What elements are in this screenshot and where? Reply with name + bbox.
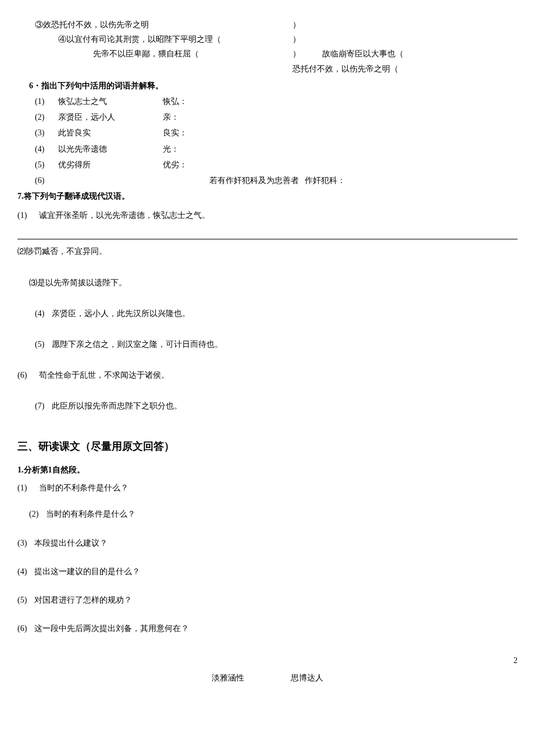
right-line-4: 恐托付不效，以伤先帝之明（	[293, 62, 518, 76]
footer-left: 淡雅涵性	[212, 671, 244, 685]
q7-num: (7)	[35, 402, 44, 410]
q6-spacer	[58, 173, 209, 188]
q7-item-6: (6) 苟全性命于乱世，不求闻达于诸侯。	[17, 368, 518, 382]
q7-text: 是以先帝简拔以遗陛下。	[37, 278, 127, 287]
paren-1: ）	[293, 17, 518, 32]
sub-text: 本段提出什么建议？	[34, 539, 108, 547]
line-4: ④以宜付有司论其刑赏，以昭陛下平明之理（	[17, 32, 293, 46]
sub-num: (1)	[17, 483, 27, 492]
answer-line	[17, 239, 518, 239]
q6-num: (4)	[35, 142, 58, 156]
q6-label: 恢弘：	[163, 94, 187, 109]
sub-text: 提出这一建议的目的是什么？	[34, 567, 140, 576]
q6-num: (5)	[35, 157, 58, 172]
q7-text: 诚宜开张圣听，以光先帝遗德，恢弘志士之气。	[39, 211, 210, 220]
q6-label: 良实：	[163, 126, 187, 140]
sub-num: (2)	[29, 510, 38, 518]
q7-item-2: ⑵陟罚臧否，不宜异同。	[17, 244, 518, 259]
s3-sub-5: (5) 对国君进行了怎样的规劝？	[17, 593, 518, 607]
section-3-title: 三、研读课文（尽量用原文回答）	[17, 437, 518, 456]
q6-item: (4) 以光先帝遗德 光：	[17, 142, 518, 156]
footer: 淡雅涵性 思博达人	[17, 671, 518, 685]
q7-item-4: (4) 亲贤臣，远小人，此先汉所以兴隆也。	[17, 306, 518, 321]
sub-text: 当时的不利条件是什么？	[39, 483, 129, 492]
q6-item-6: (6) 若有作奸犯科及为忠善者 作奸犯科：	[17, 173, 518, 188]
q6-text: 亲贤臣，远小人	[58, 110, 163, 124]
q7-item-1: (1) 诚宜开张圣听，以光先帝遗德，恢弘志士之气。	[17, 208, 518, 223]
s3-sub-1: (1) 当时的不利条件是什么？	[17, 481, 518, 495]
q7-num: (1)	[17, 211, 27, 220]
q6-num: (2)	[35, 110, 58, 124]
q7-num: ⑶	[29, 278, 37, 287]
q6-title: 6・指出下列句中活用的词语并解释。	[17, 78, 518, 93]
q6-text: 以光先帝遗德	[58, 142, 163, 156]
q7-num: ⑵	[17, 247, 26, 256]
q6-num: (1)	[35, 94, 58, 109]
q6-label: 光：	[163, 142, 179, 156]
q6-item: (2) 亲贤臣，远小人 亲：	[17, 110, 518, 124]
page-number: 2	[513, 653, 518, 668]
s3-sub-3: (3) 本段提出什么建议？	[17, 536, 518, 550]
s3-sub-2: (2) 当时的有利条件是什么？	[17, 507, 518, 521]
q1-title: 1.分析第1自然段。	[17, 463, 518, 477]
q6-label-6: 作奸犯科：	[305, 173, 345, 188]
q6-label: 亲：	[163, 110, 179, 124]
paren-3a: ）	[293, 49, 301, 58]
top-right-col: ） ） ） 故临崩寄臣以大事也（ 恐托付不效，以伤先帝之明（	[293, 17, 518, 76]
sub-num: (3)	[17, 539, 27, 547]
sub-text: 对国君进行了怎样的规劝？	[34, 596, 132, 604]
sub-num: (6)	[17, 624, 27, 633]
line-3: ③效恐托付不效，以伤先帝之明	[17, 17, 293, 32]
q7-text: 此臣所以报先帝而忠陛下之职分也。	[52, 402, 182, 410]
q6-text: 此皆良实	[58, 126, 163, 140]
q6-list: (1) 恢弘志士之气 恢弘： (2) 亲贤臣，远小人 亲： (3) 此皆良实 良…	[17, 94, 518, 188]
q7-item-3: ⑶是以先帝简拔以遗陛下。	[17, 275, 518, 290]
s3-sub-6: (6) 这一段中先后两次提出刘备，其用意何在？	[17, 621, 518, 636]
q7-text: 愿陛下亲之信之，则汉室之隆，可计日而待也。	[52, 340, 223, 349]
s3-sub-4: (4) 提出这一建议的目的是什么？	[17, 564, 518, 579]
q7-item-7: (7) 此臣所以报先帝而忠陛下之职分也。	[17, 399, 518, 413]
sub-num: (4)	[17, 567, 27, 576]
right-line-3: ） 故临崩寄臣以大事也（	[293, 46, 518, 61]
q7-num: (5)	[35, 340, 44, 349]
q7-text: 苟全性命于乱世，不求闻达于诸侯。	[39, 371, 169, 379]
q7-text: 陟罚臧否，不宜异同。	[26, 247, 107, 256]
q6-text: 恢弘志士之气	[58, 94, 163, 109]
q7-text: 亲贤臣，远小人，此先汉所以兴隆也。	[52, 309, 190, 318]
q6-num: (6)	[35, 173, 58, 188]
q7-num: (6)	[17, 371, 27, 379]
q6-item: (5) 优劣得所 优劣：	[17, 157, 518, 172]
footer-right: 思博达人	[291, 671, 323, 685]
top-block: ③效恐托付不效，以伤先帝之明 ④以宜付有司论其刑赏，以昭陛下平明之理（ 先帝不以…	[17, 17, 518, 76]
q6-item: (1) 恢弘志士之气 恢弘：	[17, 94, 518, 109]
q7-title: 7.将下列句子翻译成现代汉语。	[17, 189, 518, 203]
q6-mid: 若有作奸犯科及为忠善者	[209, 173, 299, 188]
sub-num: (5)	[17, 596, 27, 604]
q6-text: 优劣得所	[58, 157, 163, 172]
q7-num: (4)	[35, 309, 44, 318]
line-5a: 先帝不以臣卑鄙，猥自枉屈（	[17, 46, 293, 61]
paren-2: ）	[293, 32, 518, 46]
top-left-col: ③效恐托付不效，以伤先帝之明 ④以宜付有司论其刑赏，以昭陛下平明之理（ 先帝不以…	[17, 17, 293, 76]
q7-item-5: (5) 愿陛下亲之信之，则汉室之隆，可计日而待也。	[17, 337, 518, 352]
q6-num: (3)	[35, 126, 58, 140]
gap	[299, 173, 305, 188]
right-3b: 故临崩寄臣以大事也（	[322, 49, 404, 58]
q6-item: (3) 此皆良实 良实：	[17, 126, 518, 140]
sub-text: 这一段中先后两次提出刘备，其用意何在？	[34, 624, 189, 633]
sub-text: 当时的有利条件是什么？	[46, 510, 135, 518]
q6-label: 优劣：	[163, 157, 187, 172]
